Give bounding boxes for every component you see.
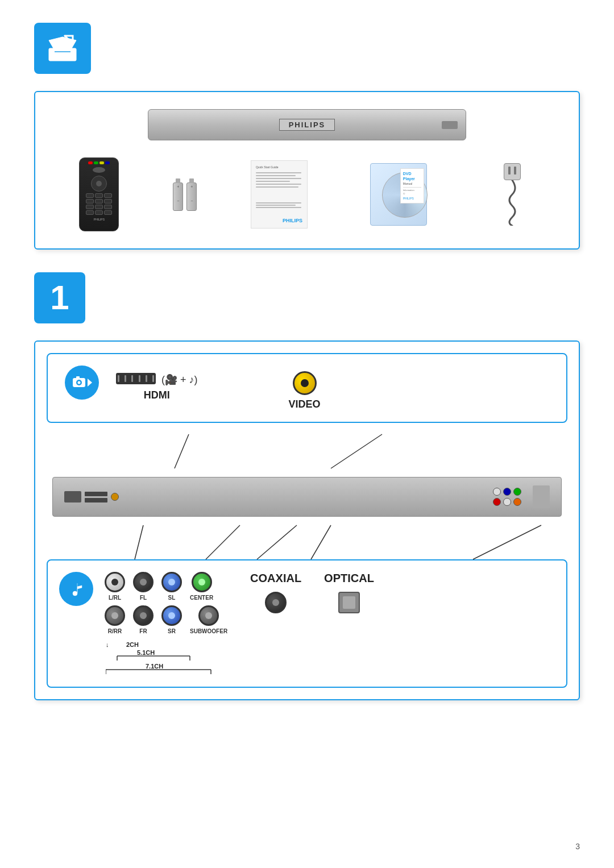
video-section: (🎥 + ♪) HDMI VIDEO bbox=[47, 353, 567, 423]
contents-box: PHILIPS bbox=[34, 91, 580, 250]
channel-51ch-bracket: 5.1CH bbox=[106, 650, 208, 662]
svg-line-12 bbox=[257, 525, 297, 559]
device-row: PHILIPS bbox=[58, 109, 556, 140]
btn-blue bbox=[105, 161, 110, 164]
back-hdmi-port bbox=[64, 491, 81, 502]
connector-center: CENTER bbox=[190, 572, 213, 601]
audio-section: L/RL FL SL bbox=[47, 559, 567, 688]
hdmi-label: HDMI bbox=[144, 389, 170, 401]
hdmi-connector-visual: (🎥 + ♪) bbox=[116, 371, 198, 386]
label-fl: FL bbox=[140, 595, 147, 601]
unbox-icon bbox=[34, 23, 91, 74]
connection-diagram-box: (🎥 + ♪) HDMI VIDEO bbox=[34, 340, 580, 700]
channel-2ch-down-arrow: ↓ bbox=[106, 641, 126, 648]
label-subwoofer: SUBWOOFER bbox=[190, 628, 227, 634]
batteries: + − + − bbox=[173, 178, 197, 211]
connection-lines-top bbox=[52, 434, 562, 468]
page-number: 3 bbox=[575, 842, 580, 851]
svg-point-5 bbox=[78, 381, 81, 384]
quickstart-brand: PHILIPS bbox=[256, 218, 302, 223]
btn-green bbox=[94, 161, 98, 164]
optical-visual bbox=[338, 592, 360, 613]
back-component-ports bbox=[493, 488, 521, 506]
connection-lines-bottom bbox=[52, 525, 562, 559]
device-usb-port bbox=[442, 121, 458, 129]
device-brand-label: PHILIPS bbox=[279, 119, 335, 131]
label-sl: SL bbox=[168, 595, 176, 601]
back-video-port bbox=[111, 493, 119, 501]
hdmi-group: (🎥 + ♪) HDMI bbox=[116, 371, 198, 401]
audio-content: L/RL FL SL bbox=[105, 572, 555, 675]
power-cord bbox=[489, 163, 535, 226]
video-label: VIDEO bbox=[289, 398, 321, 410]
channel-71ch-bracket: 7.1CH bbox=[106, 664, 225, 675]
connector-sr: SR bbox=[161, 605, 182, 634]
remote-button-rows bbox=[82, 193, 116, 215]
step-1-box: 1 bbox=[34, 272, 85, 323]
svg-text:7.1CH: 7.1CH bbox=[146, 664, 163, 670]
svg-rect-0 bbox=[49, 48, 76, 61]
connector-lrl: L/RL bbox=[105, 572, 125, 601]
svg-marker-7 bbox=[88, 379, 92, 387]
connector-coaxial: COAXIAL bbox=[250, 572, 301, 613]
device-back-panel bbox=[52, 477, 562, 517]
svg-text:5.1CH: 5.1CH bbox=[137, 650, 155, 656]
optical-label: OPTICAL bbox=[324, 572, 374, 585]
dvd-disc-container: DVD Player Manual Information ① PHILIPS bbox=[362, 163, 435, 226]
audio-connectors-top: L/RL FL SL bbox=[105, 572, 227, 601]
audio-connectors-bottom: R/RR FR SR bbox=[105, 605, 227, 634]
connector-optical: OPTICAL bbox=[324, 572, 374, 613]
quickstart-guide: Quick Start Guide PHILIPS bbox=[251, 160, 308, 229]
remote-control: PHILIPS bbox=[79, 157, 119, 231]
accessories-row: PHILIPS + − + − Quick St bbox=[58, 157, 556, 231]
video-icon bbox=[65, 366, 99, 400]
svg-line-10 bbox=[135, 525, 143, 559]
connector-rrr: R/RR bbox=[105, 605, 125, 634]
channel-labels-area: ↓ 2CH 5.1CH bbox=[105, 641, 227, 675]
video-section-content: (🎥 + ♪) HDMI VIDEO bbox=[116, 366, 549, 410]
remote-power-btn bbox=[93, 167, 105, 173]
dvd-label: DVD Player Manual Information ① PHILIPS bbox=[400, 168, 424, 203]
label-fr: FR bbox=[139, 628, 147, 634]
video-group: VIDEO bbox=[289, 371, 321, 410]
label-lrl: L/RL bbox=[109, 595, 121, 601]
svg-line-8 bbox=[175, 434, 189, 468]
audio-icon bbox=[59, 572, 93, 606]
connector-sl: SL bbox=[161, 572, 182, 601]
connector-fl: FL bbox=[133, 572, 154, 601]
btn-yellow bbox=[99, 161, 104, 164]
svg-line-13 bbox=[311, 525, 331, 559]
connector-fr: FR bbox=[133, 605, 154, 634]
coaxial-label: COAXIAL bbox=[250, 572, 301, 585]
video-rca-connector bbox=[293, 371, 317, 395]
label-center: CENTER bbox=[190, 595, 213, 601]
btn-red bbox=[88, 161, 93, 164]
svg-line-9 bbox=[331, 434, 382, 468]
label-rrr: R/RR bbox=[108, 628, 122, 634]
av-formula: (🎥 + ♪) bbox=[161, 373, 198, 386]
svg-rect-6 bbox=[76, 376, 80, 379]
device-back-panel-area bbox=[47, 434, 567, 559]
label-sr: SR bbox=[168, 628, 176, 634]
connector-subwoofer: SUBWOOFER bbox=[190, 605, 227, 634]
channel-2ch-label: 2CH bbox=[126, 641, 139, 648]
svg-line-11 bbox=[206, 525, 240, 559]
svg-line-14 bbox=[473, 525, 541, 559]
coaxial-visual bbox=[265, 592, 287, 613]
bluray-device: PHILIPS bbox=[148, 109, 466, 140]
remote-brand-label: PHILIPS bbox=[94, 218, 105, 221]
back-digital-out-area bbox=[533, 485, 550, 508]
digital-outputs-area: COAXIAL OPTICAL bbox=[250, 572, 374, 613]
step-number: 1 bbox=[50, 281, 69, 315]
remote-nav-circle bbox=[91, 176, 107, 192]
